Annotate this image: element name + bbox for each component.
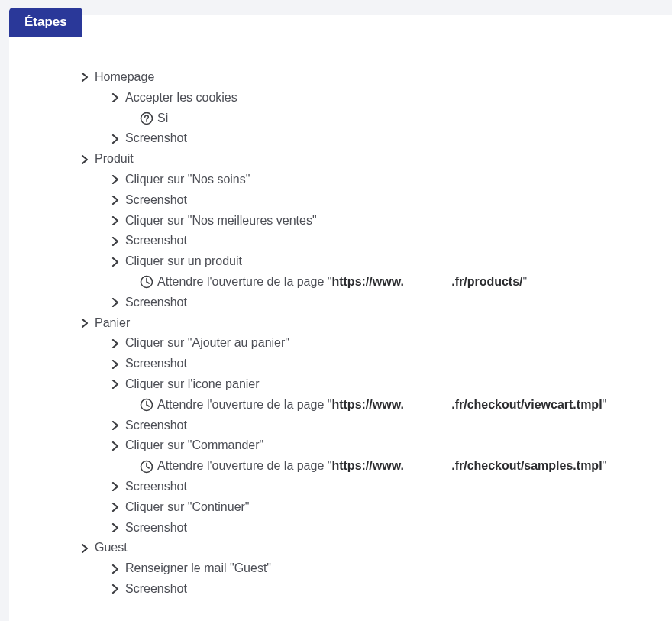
main-panel: Étapes Homepage Accepter les cookies Si … — [9, 15, 672, 621]
svg-point-1 — [146, 121, 147, 122]
node-label: Guest — [95, 540, 128, 556]
wait-text: Attendre l'ouverture de la page "https:/… — [157, 397, 606, 413]
tree-node[interactable]: Cliquer sur un produit — [108, 251, 672, 272]
question-icon — [139, 111, 154, 126]
tree-node[interactable]: Renseigner le mail "Guest" — [108, 558, 672, 579]
node-label: Cliquer sur "Commander" — [125, 438, 263, 454]
tree-node-wait[interactable]: Attendre l'ouverture de la page "https:/… — [139, 395, 672, 416]
chevron-right-icon — [108, 234, 122, 248]
tree-node[interactable]: Screenshot — [108, 128, 672, 149]
wait-text: Attendre l'ouverture de la page "https:/… — [157, 458, 606, 474]
node-label: Screenshot — [125, 520, 187, 536]
chevron-right-icon — [108, 500, 122, 514]
svg-point-0 — [141, 112, 153, 124]
clock-icon — [139, 397, 154, 412]
tree-node[interactable]: Screenshot — [108, 293, 672, 313]
chevron-right-icon — [108, 132, 122, 146]
chevron-right-icon — [108, 193, 122, 207]
chevron-right-icon — [108, 439, 122, 453]
tree-node[interactable]: Screenshot — [108, 477, 672, 497]
node-label: Accepter les cookies — [125, 90, 237, 106]
node-label: Produit — [95, 151, 134, 167]
node-label: Screenshot — [125, 418, 187, 434]
chevron-right-icon — [108, 255, 122, 269]
tree-node[interactable]: Screenshot — [108, 416, 672, 436]
node-label: Cliquer sur un produit — [125, 254, 242, 270]
tree-node-guest[interactable]: Guest — [78, 538, 672, 558]
node-label: Renseigner le mail "Guest" — [125, 561, 271, 577]
chevron-right-icon — [108, 173, 122, 186]
chevron-right-icon — [108, 521, 122, 535]
tree-node[interactable]: Accepter les cookies — [108, 88, 672, 108]
tree-node[interactable]: Screenshot — [108, 354, 672, 374]
tree-node[interactable]: Cliquer sur "Commander" — [108, 435, 672, 456]
chevron-right-icon — [78, 316, 92, 330]
tree-node-wait[interactable]: Attendre l'ouverture de la page "https:/… — [139, 272, 672, 293]
tree-node-wait[interactable]: Attendre l'ouverture de la page "https:/… — [139, 456, 672, 477]
tree-node[interactable]: Cliquer sur "Nos soins" — [108, 170, 672, 190]
tree-node[interactable]: Cliquer sur l'icone panier — [108, 374, 672, 395]
node-label: Cliquer sur "Nos soins" — [125, 172, 250, 188]
node-label: Cliquer sur "Continuer" — [125, 500, 250, 516]
tree-node-panier[interactable]: Panier — [78, 313, 672, 334]
chevron-right-icon — [108, 357, 122, 371]
node-label: Cliquer sur l'icone panier — [125, 377, 260, 393]
node-label: Cliquer sur "Nos meilleures ventes" — [125, 213, 317, 229]
node-label: Screenshot — [125, 479, 187, 495]
tree-node[interactable]: Screenshot — [108, 231, 672, 251]
chevron-right-icon — [108, 296, 122, 309]
chevron-right-icon — [108, 419, 122, 432]
tree-node[interactable]: Cliquer sur "Continuer" — [108, 497, 672, 518]
node-label: Si — [157, 111, 168, 127]
chevron-right-icon — [108, 582, 122, 596]
chevron-right-icon — [78, 70, 92, 84]
node-label: Panier — [95, 315, 130, 332]
steps-tree: Homepage Accepter les cookies Si Screens… — [9, 37, 672, 600]
node-label: Screenshot — [125, 295, 187, 311]
wait-text: Attendre l'ouverture de la page "https:/… — [157, 274, 527, 290]
chevron-right-icon — [108, 377, 122, 391]
node-label: Homepage — [95, 70, 154, 86]
clock-icon — [139, 459, 154, 474]
tree-node-produit[interactable]: Produit — [78, 149, 672, 170]
chevron-right-icon — [78, 542, 92, 555]
chevron-right-icon — [108, 480, 122, 493]
node-label: Screenshot — [125, 131, 187, 147]
tree-node-homepage[interactable]: Homepage — [78, 67, 672, 88]
node-label: Screenshot — [125, 581, 187, 597]
tree-node[interactable]: Cliquer sur "Nos meilleures ventes" — [108, 211, 672, 231]
node-label: Screenshot — [125, 233, 187, 249]
tree-node[interactable]: Screenshot — [108, 579, 672, 600]
clock-icon — [139, 274, 154, 289]
node-label: Cliquer sur "Ajouter au panier" — [125, 335, 289, 351]
chevron-right-icon — [78, 153, 92, 167]
tab-etapes[interactable]: Étapes — [9, 8, 82, 37]
tree-node[interactable]: Cliquer sur "Ajouter au panier" — [108, 333, 672, 354]
chevron-right-icon — [108, 91, 122, 105]
chevron-right-icon — [108, 214, 122, 228]
tree-node[interactable]: Screenshot — [108, 190, 672, 211]
tree-node[interactable]: Si — [139, 108, 672, 129]
node-label: Screenshot — [125, 192, 187, 209]
node-label: Screenshot — [125, 356, 187, 372]
tree-node[interactable]: Screenshot — [108, 518, 672, 539]
chevron-right-icon — [108, 562, 122, 576]
chevron-right-icon — [108, 337, 122, 351]
